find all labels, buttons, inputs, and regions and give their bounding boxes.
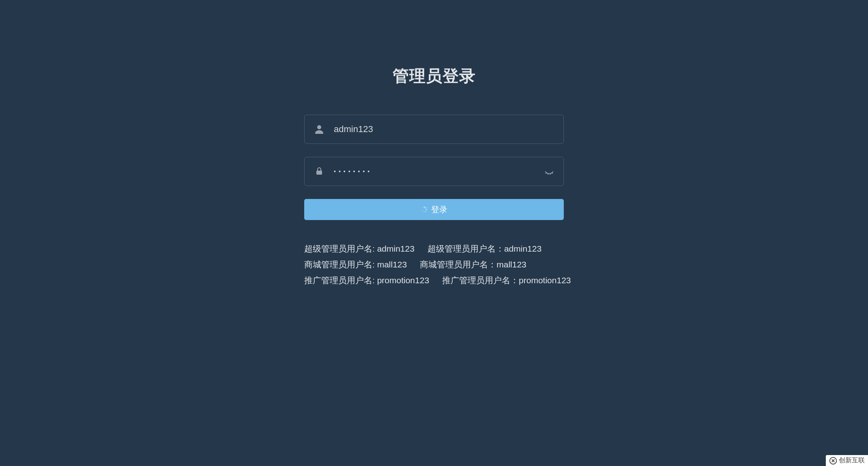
watermark-text: 创新互联: [839, 456, 865, 465]
login-form: 管理员登录: [304, 65, 564, 289]
svg-line-3: [548, 173, 548, 175]
hint-item: 商城管理员用户名: mall123: [304, 257, 407, 273]
password-input-wrapper: [304, 157, 564, 186]
svg-rect-1: [316, 171, 322, 175]
svg-line-4: [550, 173, 550, 175]
svg-rect-10: [424, 211, 425, 213]
svg-rect-9: [425, 210, 427, 212]
login-button[interactable]: 登录: [304, 199, 564, 220]
loading-spinner-icon: [421, 206, 428, 213]
svg-rect-13: [422, 207, 423, 209]
svg-rect-7: [425, 207, 427, 209]
login-button-label: 登录: [431, 204, 447, 215]
watermark-badge: 创新互联: [826, 455, 868, 466]
svg-rect-12: [421, 209, 423, 210]
user-icon: [313, 123, 325, 135]
watermark-logo-icon: [829, 457, 837, 465]
lock-icon: [313, 165, 325, 177]
svg-rect-11: [422, 210, 423, 212]
username-input-wrapper: [304, 115, 564, 144]
hint-item: 商城管理员用户名：mall123: [420, 257, 526, 273]
hint-row: 商城管理员用户名: mall123 商城管理员用户名：mall123: [304, 257, 564, 273]
hint-item: 超级管理员用户名: admin123: [304, 241, 415, 257]
svg-point-0: [317, 125, 321, 129]
hint-item: 超级管理员用户名：admin123: [428, 241, 541, 257]
hint-row: 推广管理员用户名: promotion123 推广管理员用户名：promotio…: [304, 273, 564, 289]
username-input[interactable]: [304, 115, 564, 144]
hint-item: 推广管理员用户名：promotion123: [442, 273, 571, 289]
eye-closed-icon[interactable]: [544, 166, 555, 177]
login-title: 管理员登录: [304, 65, 564, 87]
hint-row: 超级管理员用户名: admin123 超级管理员用户名：admin123: [304, 241, 564, 257]
hint-item: 推广管理员用户名: promotion123: [304, 273, 429, 289]
svg-rect-8: [426, 209, 428, 210]
password-input[interactable]: [304, 157, 564, 186]
svg-rect-6: [424, 207, 425, 208]
credential-hints: 超级管理员用户名: admin123 超级管理员用户名：admin123 商城管…: [304, 241, 564, 289]
